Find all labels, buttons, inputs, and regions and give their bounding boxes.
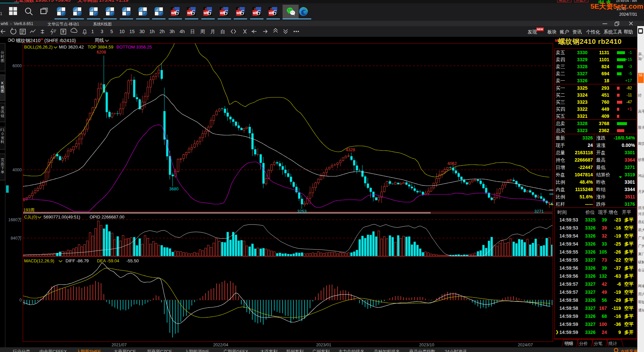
- svg-text:6: 6: [191, 8, 195, 16]
- svg-text:6: 6: [224, 8, 228, 16]
- svg-text:2021/07: 2021/07: [111, 343, 126, 347]
- svg-text:6: 6: [256, 8, 260, 16]
- svg-text:840万: 840万: [11, 236, 22, 241]
- svg-text:2024/07: 2024/07: [518, 343, 533, 347]
- svg-text:DEA -59.04: DEA -59.04: [97, 258, 119, 263]
- svg-text:2023/10: 2023/10: [419, 343, 434, 347]
- svg-text:6: 6: [273, 8, 277, 16]
- svg-text:6000: 6000: [12, 64, 22, 68]
- svg-text:6208: 6208: [97, 50, 106, 55]
- svg-text:6: 6: [207, 8, 211, 16]
- svg-text:6: 6: [175, 8, 179, 16]
- svg-text:TOP 3884.59: TOP 3884.59: [88, 45, 113, 50]
- svg-text:MACD(12,26,9): MACD(12,26,9): [24, 258, 54, 263]
- svg-text:1680万: 1680万: [8, 217, 22, 222]
- svg-text:BOLL(26,26,2): BOLL(26,26,2): [24, 45, 52, 50]
- svg-text:3271: 3271: [534, 209, 544, 214]
- svg-text:DIFF -86.79: DIFF -86.79: [66, 258, 89, 263]
- svg-text:0: 0: [19, 298, 22, 302]
- svg-text:3680: 3680: [169, 187, 179, 191]
- svg-text:OPID 2266687.00: OPID 2266687.00: [90, 214, 124, 219]
- svg-text:BOTTOM 3356.25: BOTTOM 3356.25: [116, 45, 152, 50]
- svg-text:CJL(0): CJL(0): [24, 214, 37, 219]
- svg-text:4328: 4328: [346, 148, 355, 152]
- svg-text:5690771.00(49:51): 5690771.00(49:51): [43, 214, 80, 219]
- svg-text:4000: 4000: [12, 168, 22, 172]
- svg-text:MID 3620.42: MID 3620.42: [59, 45, 84, 50]
- svg-text:2022/04: 2022/04: [213, 343, 228, 347]
- svg-text:4062: 4062: [447, 161, 457, 166]
- svg-text:6: 6: [240, 8, 244, 16]
- svg-text:-55.50: -55.50: [126, 258, 139, 263]
- svg-text:2023/01: 2023/01: [316, 343, 331, 347]
- svg-text:3253: 3253: [297, 209, 307, 214]
- svg-text:193周: 193周: [23, 208, 34, 212]
